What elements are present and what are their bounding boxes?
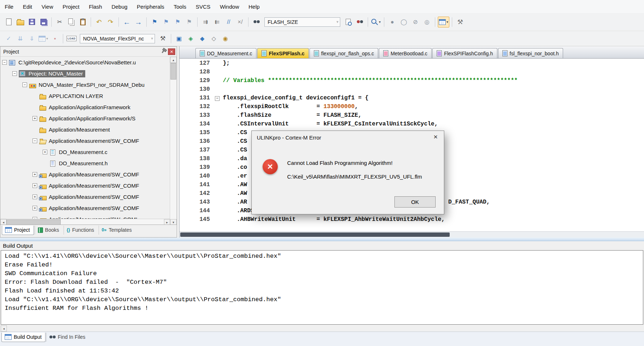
pack-installer-button[interactable]: ◆ [197,33,208,44]
kill-all-breakpoints-button[interactable]: ◎ [422,17,432,27]
tree-item[interactable]: −NOVA_Master_FlexSPI_nor_SDRAM_Debu [1,79,170,90]
configure-tools-button[interactable]: ⚒ [455,17,466,27]
expand-icon[interactable]: + [33,116,37,121]
tree-item[interactable]: APPLICATION LAYER [1,90,170,102]
expand-icon[interactable]: + [33,172,37,177]
options-for-target-button[interactable]: ⚒ [157,33,168,44]
menu-item-svcs[interactable]: SVCS [191,1,215,12]
expand-icon[interactable]: + [43,150,47,154]
next-bookmark-button[interactable]: ⚑ [172,17,183,27]
editor-tab-do-measurement-c[interactable]: DO_Measurement.c [195,48,256,58]
undo-button[interactable]: ↶ [94,17,104,27]
menu-item-view[interactable]: View [37,1,58,12]
previous-bookmark-button[interactable]: ⚑ [161,17,172,27]
tree-item[interactable]: +DO_Measurement.c [1,146,170,158]
scrollbar-thumb[interactable] [170,63,176,80]
scroll-up-icon[interactable]: ▴ [170,57,177,63]
panel-tab-functions[interactable]: {}Functions [64,226,98,235]
code-line[interactable]: 134 .CSIntervalUnit = kFLEXSPI_CsInterva… [180,121,644,129]
editor-tab-flexspiflashconfig-h[interactable]: FlexSPIFlashConfig.h [432,48,497,58]
code-line[interactable]: 129// Variables ************************… [180,77,644,86]
menu-item-peripherals[interactable]: Peripherals [132,1,169,12]
tree-item[interactable]: +Application/Measurement/SW_COMF [1,180,170,191]
save-all-button[interactable] [38,17,49,27]
find-next-button[interactable] [343,17,354,27]
editor-tab-flexspi-nor-flash-ops-c[interactable]: flexspi_nor_flash_ops.c [310,48,378,58]
menu-item-help[interactable]: Help [244,1,264,12]
menu-item-tools[interactable]: Tools [169,1,191,12]
save-button[interactable] [26,17,37,27]
translate-file-button[interactable]: ✓ [3,33,14,44]
stop-build-button[interactable]: ▪ [49,33,60,44]
code-line[interactable]: 130 [180,86,644,95]
expand-icon[interactable]: + [33,206,37,210]
batch-build-button[interactable]: ▾ [38,33,49,44]
collapse-icon[interactable]: − [2,60,7,65]
project-tree-vertical-scrollbar[interactable]: ▴ [170,57,177,219]
enable-disable-breakpoint-button[interactable]: ◯ [398,17,409,27]
target-select[interactable]: NOVA_Master_FlexSPI_nc▾ [80,34,155,43]
code-line[interactable]: 145 .AHBWriteWaitUnit = kFLEXSPI_AhbWrit… [180,216,644,225]
collapse-icon[interactable]: − [33,138,37,143]
panel-tab-project[interactable]: Project [2,226,34,235]
copy-button[interactable] [66,17,77,27]
insert-remove-breakpoint-button[interactable]: ● [387,17,398,27]
collapse-icon[interactable]: − [22,82,27,87]
cut-button[interactable]: ✂ [54,17,65,27]
editor-tab-fsl-flexspi-nor-boot-h[interactable]: fsl_flexspi_nor_boot.h [498,48,563,58]
panel-tab-books[interactable]: Books [35,226,63,235]
panel-tab-templates[interactable]: 0»Templates [99,226,135,235]
pin-icon[interactable] [159,48,167,55]
code-line[interactable]: 133 .flashSize = FLASH_SIZE, [180,112,644,121]
menu-item-file[interactable]: File [0,1,18,12]
outdent-button[interactable]: ⇇ [212,17,222,27]
scroll-left-icon[interactable]: ◂ [1,325,7,332]
chevron-down-icon[interactable]: ▾ [151,36,153,41]
disable-all-breakpoints-button[interactable]: ⊘ [410,17,421,27]
new-file-button[interactable] [3,17,14,27]
menu-item-debug[interactable]: Debug [107,1,132,12]
navigate-forward-button[interactable]: → [133,17,144,27]
menu-item-flash[interactable]: Flash [84,1,107,12]
fold-collapse-icon[interactable]: − [215,96,220,101]
close-panel-button[interactable]: ✕ [168,48,175,55]
paste-button[interactable] [77,17,88,27]
window-tab-build-output[interactable]: Build Output [1,333,46,342]
tree-item[interactable]: +Application/Measurement/SW_COMF [1,169,170,180]
window-tab-find-in-files[interactable]: Find In Files [46,333,89,342]
uncomment-selection-button[interactable]: ×/ [235,17,246,27]
tree-item[interactable]: Application/Measurement [1,124,170,135]
build-output-horizontal-scrollbar[interactable]: ◂ [1,325,109,332]
collapse-icon[interactable]: − [12,71,17,76]
expand-icon[interactable]: + [33,183,37,188]
indent-button[interactable]: ⇉ [200,17,211,27]
tree-item[interactable]: +Application/Measurement/SW_COMF [1,191,170,202]
debug-windows-button[interactable]: ▾ [438,17,449,27]
select-folders-button[interactable]: ◇ [208,33,219,44]
editor-tab-flexspiflash-c[interactable]: FlexSPIFlash.c [257,48,309,58]
open-file-button[interactable] [15,17,26,27]
tree-item[interactable]: Application/ApplicationFramework [1,102,170,113]
tree-item[interactable]: −Application/Measurement/SW_COMF [1,135,170,146]
tree-item[interactable]: −C:\gitRepo\device_2\device\Source\NovaB… [1,57,170,68]
incremental-find-button[interactable] [354,17,365,27]
comment-selection-button[interactable]: // [223,17,234,27]
find-combo[interactable]: FLASH_SIZE▾ [264,17,340,27]
redo-button[interactable]: ↷ [105,17,116,27]
expand-icon[interactable]: + [33,195,37,199]
menu-item-edit[interactable]: Edit [18,1,37,12]
rebuild-button[interactable]: ⇓ [26,33,37,44]
code-line[interactable]: 128 [180,69,644,77]
find-in-files-button[interactable] [251,17,262,27]
scrollbar-thumb[interactable] [180,232,450,237]
menu-item-window[interactable]: Window [215,1,244,12]
editor-tab-meterbootload-c[interactable]: MeterBootload.c [379,48,432,58]
code-line[interactable]: 127}; [180,60,644,69]
dialog-close-button[interactable]: ✕ [427,131,444,143]
tree-item[interactable]: +Application/Measurement/SW_COMI [1,214,170,219]
help-books-button[interactable]: ◉ [220,33,231,44]
toggle-bookmark-button[interactable]: ⚑ [149,17,160,27]
chevron-down-icon[interactable]: ▾ [336,20,338,24]
manage-project-items-button[interactable]: ▣ [174,33,185,44]
tree-item[interactable]: DO_Measurement.h [1,158,170,169]
